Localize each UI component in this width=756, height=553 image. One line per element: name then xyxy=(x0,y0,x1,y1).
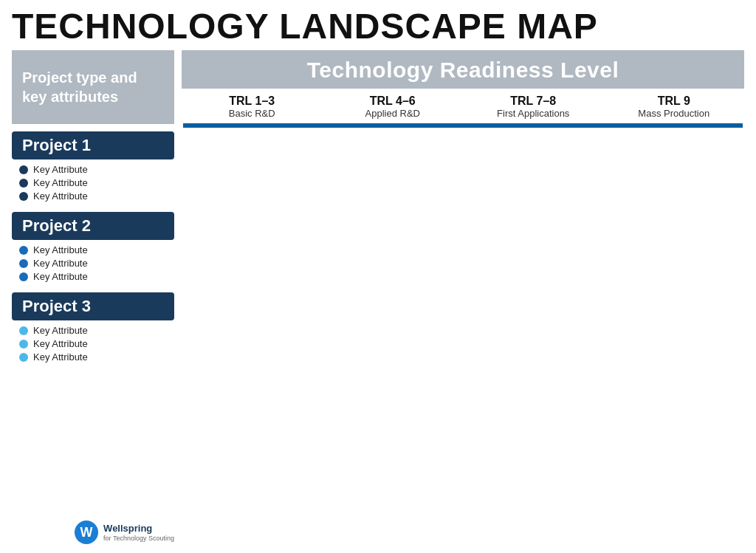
attr-dot-icon xyxy=(19,340,28,348)
attr-dot-icon xyxy=(19,259,28,268)
main-right: Technology Readiness Level TRL 1–3 Basic… xyxy=(174,50,744,544)
trl-header: Technology Readiness Level xyxy=(182,50,744,89)
opp-d-label: Opportunity D xyxy=(348,351,416,367)
trl-col-2: TRL 4–6 Applied R&D xyxy=(323,95,464,119)
project-2-attributes: Key Attribute Key Attribute Key Attribut… xyxy=(12,244,174,282)
attr-dot-icon xyxy=(19,192,28,201)
list-item: Key Attribute xyxy=(19,351,174,363)
map-container: Opportunity A Opportunity B Opportunity … xyxy=(182,122,744,544)
trl-col-4: TRL 9 Mass Production xyxy=(604,95,745,119)
map-grid xyxy=(182,122,744,129)
opp-e-label: Opportunity E xyxy=(484,429,551,445)
list-item: Key Attribute xyxy=(19,190,174,202)
list-item: Key Attribute xyxy=(19,338,174,349)
sidebar: Project type and key attributes Project … xyxy=(12,50,174,544)
project-3-label: Project 3 xyxy=(12,292,174,320)
opp-d-circle xyxy=(378,315,390,331)
wellspring-circle-icon: W xyxy=(75,521,98,544)
sidebar-header: Project type and key attributes xyxy=(12,50,174,124)
opp-f-circle xyxy=(702,466,714,482)
map-overlay: Opportunity A Opportunity B Opportunity … xyxy=(182,122,744,544)
list-item: Key Attribute xyxy=(19,164,174,175)
map-cell-r2c0 xyxy=(183,126,323,128)
opp-a-circle xyxy=(212,184,224,200)
opp-c-circle xyxy=(212,315,224,331)
opp-b-circle xyxy=(702,184,714,200)
trl-col-1: TRL 1–3 Basic R&D xyxy=(182,95,323,119)
project-2-section: Project 2 Key Attribute Key Attribute Ke… xyxy=(12,212,174,285)
attr-dot-icon xyxy=(19,326,28,335)
list-item: Key Attribute xyxy=(19,271,174,282)
wellspring-logo: W Wellspring for Technology Scouting xyxy=(12,521,174,544)
project-1-label: Project 1 xyxy=(12,131,174,159)
attr-dot-icon xyxy=(19,272,28,281)
map-cell-r2c2 xyxy=(463,126,603,128)
project-2-label: Project 2 xyxy=(12,212,174,240)
project-3-section: Project 3 Key Attribute Key Attribute Ke… xyxy=(12,292,174,365)
attr-dot-icon xyxy=(19,165,28,174)
wellspring-name: Wellspring xyxy=(103,523,174,535)
opp-c-label: Opportunity C xyxy=(196,278,264,295)
trl-col-3: TRL 7–8 First Applications xyxy=(463,95,604,119)
map-cell-r2c1 xyxy=(323,126,464,128)
attr-dot-icon xyxy=(19,246,28,255)
opp-b-label: Opportunity B xyxy=(571,220,639,236)
list-item: Key Attribute xyxy=(19,244,174,255)
attr-dot-icon xyxy=(19,179,28,188)
wellspring-tagline: for Technology Scouting xyxy=(103,535,174,542)
opp-a-label: Opportunity A xyxy=(196,144,264,160)
project-3-attributes: Key Attribute Key Attribute Key Attribut… xyxy=(12,325,174,363)
trl-title: Technology Readiness Level xyxy=(182,58,744,83)
opp-f-label: Opportunity F xyxy=(589,506,656,523)
list-item: Key Attribute xyxy=(19,325,174,336)
attr-dot-icon xyxy=(19,353,28,362)
map-cell-r2c3 xyxy=(603,126,743,128)
list-item: Key Attribute xyxy=(19,258,174,269)
opp-e-circle xyxy=(529,466,541,482)
trl-columns: TRL 1–3 Basic R&D TRL 4–6 Applied R&D TR… xyxy=(182,92,744,122)
list-item: Key Attribute xyxy=(19,177,174,188)
project-1-attributes: Key Attribute Key Attribute Key Attribut… xyxy=(12,164,174,202)
project-1-section: Project 1 Key Attribute Key Attribute Ke… xyxy=(12,131,174,205)
main-title: TECHNOLOGY LANDSCAPE MAP xyxy=(12,9,744,44)
